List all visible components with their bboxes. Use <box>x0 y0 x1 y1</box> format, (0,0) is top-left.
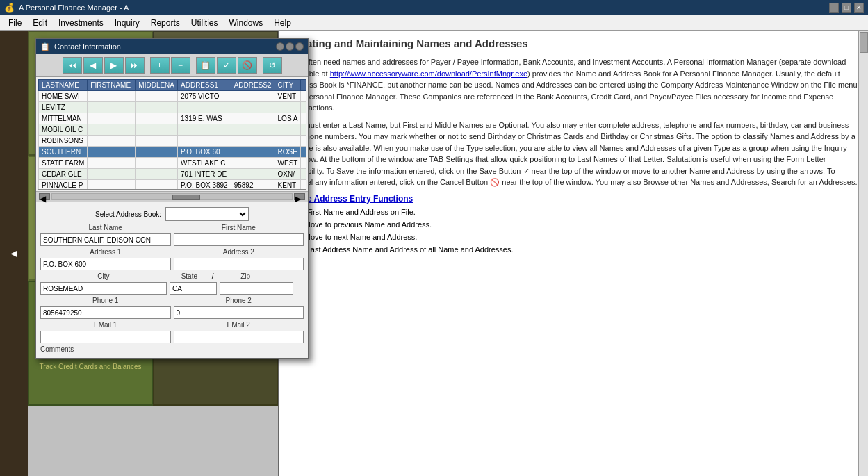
toolbar-prev[interactable]: ◀ <box>83 57 103 74</box>
minimize-button[interactable]: ─ <box>829 3 839 13</box>
table-row[interactable]: PINNACLE PP.O. BOX 389295892KENT <box>39 180 307 190</box>
toolbar-delete[interactable]: − <box>171 57 190 74</box>
modal-circle1[interactable] <box>276 42 284 51</box>
modal-circle2[interactable] <box>286 42 294 51</box>
nav-left-arrow[interactable]: ◄ <box>0 31 28 476</box>
table-row[interactable]: HOME SAVI2075 VICTOVENT <box>39 91 307 102</box>
address-row-inputs <box>40 258 304 270</box>
menu-reports[interactable]: Reports <box>145 17 186 29</box>
zip-input[interactable] <box>220 282 293 295</box>
modal-circle3[interactable] <box>295 42 304 51</box>
phone-row-labels: Phone 1 Phone 2 <box>40 297 304 304</box>
contact-table-container[interactable]: LASTNAME FIRSTNAME MIDDLENA ADDRESS1 ADD… <box>38 79 306 190</box>
modal-icon: 📋 <box>40 42 50 51</box>
menu-help[interactable]: Help <box>268 17 297 29</box>
state-input[interactable] <box>170 282 217 295</box>
toolbar-next[interactable]: ▶ <box>104 57 124 74</box>
left-outer: ◄ User Maintnenance Create and Maintain … <box>0 31 278 476</box>
menu-inquiry[interactable]: Inquiry <box>109 17 145 29</box>
email2-input[interactable] <box>174 331 304 343</box>
phone2-input[interactable] <box>174 306 304 319</box>
modal-toolbar: ⏮ ◀ ▶ ⏭ + − 📋 ✓ 🚫 ↺ <box>36 54 308 77</box>
tile-credit-cards-desc: Track Credit Cards and Balances <box>40 362 142 371</box>
city-state-zip-labels: City State / Zip <box>40 272 304 280</box>
close-button[interactable]: ✕ <box>854 3 864 13</box>
modal-overlay: 📋 Contact Information ⏮ ◀ ▶ ⏭ <box>28 31 278 476</box>
menu-bar: File Edit Investments Inquiry Reports Ut… <box>0 15 868 31</box>
modal-title: Contact Information <box>54 42 121 51</box>
app-icon: 💰 <box>4 3 15 13</box>
first-name-label: First Name <box>174 224 304 231</box>
address2-label: Address 2 <box>174 248 304 256</box>
last-name-label: Last Name <box>40 224 171 231</box>
city-input[interactable] <box>40 282 167 295</box>
table-row[interactable]: ROBINSONS <box>39 136 307 147</box>
right-scrollbar[interactable] <box>858 31 868 476</box>
table-row[interactable]: SOUTHERNP.O. BOX 60ROSE <box>39 147 307 158</box>
help-section-title: Name Address Entry Functions <box>289 194 858 204</box>
bullet-next-text: - Move to next Name and Address. <box>300 233 417 241</box>
email1-input[interactable] <box>40 331 171 343</box>
help-para-2: You must enter a Last Name, but First an… <box>289 120 858 188</box>
col-address2: ADDRESS2 <box>231 80 275 91</box>
address1-label: Address 1 <box>40 248 171 256</box>
maximize-button[interactable]: □ <box>842 3 851 13</box>
phone-row-inputs <box>40 306 304 319</box>
city-label: City <box>40 272 167 280</box>
modal-controls <box>276 42 304 51</box>
bullet-last-text: - Last Address Name and Address of all N… <box>302 245 514 254</box>
zip-label: Zip <box>217 272 275 280</box>
address-book-select[interactable] <box>165 207 249 221</box>
toolbar-add[interactable]: + <box>150 57 170 74</box>
col-firstname: FIRSTNAME <box>88 80 136 91</box>
toolbar-last[interactable]: ⏭ <box>125 57 145 74</box>
col-address1: ADDRESS1 <box>178 80 231 91</box>
scrollbar-thumb[interactable] <box>860 32 868 53</box>
first-name-input[interactable] <box>174 233 304 246</box>
menu-investments[interactable]: Investments <box>53 17 109 29</box>
phone2-label: Phone 2 <box>174 297 304 304</box>
toolbar-refresh[interactable]: ↺ <box>263 57 282 74</box>
bullet-first-text: - First Name and Address on File. <box>302 208 416 216</box>
col-lastname: LASTNAME <box>39 80 88 91</box>
email2-label: EMail 2 <box>174 321 304 329</box>
state-label: State <box>170 272 209 280</box>
col-city: CITY <box>275 80 301 91</box>
scroll-left[interactable]: ◀ <box>39 193 50 200</box>
col-scroll <box>301 80 306 91</box>
app-title: A Personal Finance Manager - A <box>19 3 129 12</box>
table-row[interactable]: STATE FARMWESTLAKE CWEST <box>39 158 307 169</box>
table-row[interactable]: LEVITZ <box>39 102 307 113</box>
menu-edit[interactable]: Edit <box>27 17 53 29</box>
contact-modal: 📋 Contact Information ⏮ ◀ ▶ ⏭ <box>35 38 309 359</box>
right-panel: Creating and Maintaining Names and Addre… <box>278 31 868 476</box>
toolbar-copy[interactable]: 📋 <box>196 57 215 74</box>
address1-input[interactable] <box>40 258 171 270</box>
help-bullet-4: ⏭ - Last Address Name and Address of all… <box>289 245 858 255</box>
title-bar: 💰 A Personal Finance Manager - A ─ □ ✕ <box>0 0 868 15</box>
table-row[interactable]: MOBIL OIL C <box>39 124 307 136</box>
bullet-prev-text: - Move to previous Name and Address. <box>300 220 432 229</box>
menu-windows[interactable]: Windows <box>223 17 268 29</box>
table-row[interactable]: CEDAR GLE701 INTER DEOXN/ <box>39 169 307 180</box>
left-arrow-icon: ◄ <box>8 247 19 260</box>
address-row-labels: Address 1 Address 2 <box>40 248 304 256</box>
table-row[interactable]: MITTELMAN1319 E. WASLOS A <box>39 113 307 124</box>
email-row-labels: EMail 1 EMail 2 <box>40 321 304 329</box>
menu-file[interactable]: File <box>3 17 27 29</box>
toolbar-first[interactable]: ⏮ <box>63 57 82 74</box>
select-row: Select Address Book: <box>40 204 304 224</box>
address2-input[interactable] <box>174 258 304 270</box>
modal-titlebar: 📋 Contact Information <box>36 39 308 54</box>
scroll-right[interactable]: ▶ <box>294 193 305 200</box>
menu-utilities[interactable]: Utilities <box>186 17 224 29</box>
help-bullet-3: ▶ - Move to next Name and Address. <box>289 233 858 243</box>
phone1-input[interactable] <box>40 306 171 319</box>
toolbar-cancel[interactable]: 🚫 <box>238 57 257 74</box>
help-link[interactable]: http://www.accessoryware.com/download/Pe… <box>330 69 527 78</box>
scroll-thumb[interactable] <box>172 195 200 200</box>
phone1-label: Phone 1 <box>40 297 171 304</box>
last-name-input[interactable] <box>40 233 171 246</box>
comments-label: Comments <box>40 345 74 353</box>
toolbar-save[interactable]: ✓ <box>217 57 236 74</box>
